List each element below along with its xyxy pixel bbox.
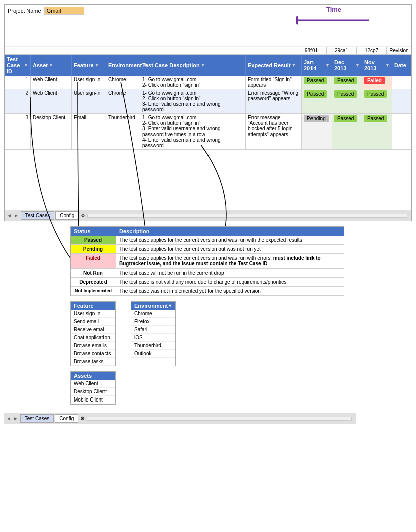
cell-feature-2: User sign-in: [72, 89, 106, 113]
tab-config[interactable]: Config: [55, 211, 79, 220]
status-badge-dec-2: Passed: [334, 90, 357, 98]
status-badge-nov-3: Passed: [364, 115, 387, 122]
filter-icon-dec[interactable]: ▼: [355, 63, 360, 68]
environment-dropdown[interactable]: Environment ▼ Chrome Firefox Safari iOS …: [131, 301, 176, 366]
env-item-thunderbird[interactable]: Thunderbird: [131, 342, 175, 350]
assets-dropdown-header[interactable]: Assets: [71, 372, 115, 380]
cell-nov-1: Failed: [362, 76, 392, 89]
table-row: 3 Desktop Client Email Thunderbird 1- Go…: [5, 114, 411, 150]
tab-nav-next[interactable]: ►: [14, 213, 19, 218]
header-nov2013[interactable]: Nov 2013 ▼: [362, 55, 392, 76]
asset-item-webclient[interactable]: Web Client: [71, 380, 115, 388]
filter-icon-asset[interactable]: ▼: [49, 63, 53, 68]
filter-icon-jan[interactable]: ▼: [325, 63, 330, 68]
legend-status-deprecated: Deprecated: [71, 278, 116, 286]
tab-test-cases-bottom[interactable]: Test Cases: [20, 414, 54, 423]
time-arrow: [296, 13, 371, 27]
feature-item-browseemails[interactable]: Browse emails: [71, 342, 115, 350]
env-item-ios[interactable]: iOS: [131, 334, 175, 342]
status-badge-nov-2: Passed: [364, 90, 387, 98]
rev-col1: 98f01: [296, 47, 326, 54]
cell-id-3: 3: [5, 114, 31, 149]
tab-nav-prev-bottom[interactable]: ◄: [6, 416, 11, 421]
header-feature[interactable]: Feature ▼: [72, 55, 106, 76]
tab-nav-prev[interactable]: ◄: [7, 213, 12, 218]
legend-row-notimpl: Not Implemented The test case was not im…: [71, 287, 344, 296]
revision-row: 98f01 29ca1 12cp7 Revision: [5, 47, 411, 55]
asset-item-mobileclient[interactable]: Mobile Client: [71, 396, 115, 404]
feature-item-chatapp[interactable]: Chat application: [71, 334, 115, 342]
env-item-firefox[interactable]: Firefox: [131, 318, 175, 326]
status-badge-jan-1: Passed: [304, 77, 327, 84]
dropdowns-area: Feature User sign-in Send email Receive …: [70, 301, 412, 366]
feature-item-receiveemail[interactable]: Receive email: [71, 326, 115, 334]
filter-icon-nov[interactable]: ▼: [385, 63, 390, 68]
cell-env-2: Chrome: [106, 89, 140, 113]
feature-item-usersignin[interactable]: User sign-in: [71, 310, 115, 318]
cell-revdate-1: [392, 76, 416, 89]
horizontal-scrollbar[interactable]: [87, 214, 407, 218]
table-row: 2 Web Client User sign-in Chrome 1- Go t…: [5, 89, 411, 114]
spreadsheet-area: Project Name Gmail Time 98f01 29c: [4, 4, 412, 221]
table-row: 1 Web Client User sign-in Chrome 1- Go t…: [5, 76, 411, 89]
filter-icon-id[interactable]: ▼: [24, 63, 28, 68]
project-row: Project Name Gmail Time: [5, 5, 411, 17]
status-badge-dec-1: Passed: [334, 77, 357, 84]
feature-item-browsetasks[interactable]: Browse tasks: [71, 358, 115, 366]
legend-row-failed: Failed The test case applies for the cur…: [71, 254, 344, 269]
environment-dropdown-header[interactable]: Environment ▼: [131, 302, 175, 310]
status-badge-dec-3: Passed: [334, 115, 357, 122]
cell-dec-2: Passed: [332, 89, 362, 113]
legend-desc-failed: The test case applies for the current ve…: [116, 254, 344, 268]
feature-dropdown[interactable]: Feature User sign-in Send email Receive …: [70, 301, 116, 366]
legend-desc-deprecated: The test case is not valid any more due …: [116, 278, 344, 286]
header-jan2014[interactable]: Jan 2014 ▼: [302, 55, 332, 76]
env-dropdown-arrow[interactable]: ▼: [168, 303, 172, 308]
tab-config-bottom[interactable]: Config: [55, 414, 78, 423]
env-item-safari[interactable]: Safari: [131, 326, 175, 334]
feature-dropdown-header[interactable]: Feature: [71, 302, 115, 310]
legend-status-passed: Passed: [71, 236, 116, 244]
tab-test-cases[interactable]: Test Cases: [21, 211, 54, 220]
cell-id-1: 1: [5, 76, 31, 89]
legend-status-header: Status: [71, 227, 116, 236]
env-item-chrome[interactable]: Chrome: [131, 310, 175, 318]
horizontal-scrollbar-bottom[interactable]: [87, 417, 352, 421]
legend-row-notrun: Not Run The test case will not be run in…: [71, 269, 344, 278]
legend-desc-passed: The test case applies for the current ve…: [116, 236, 344, 244]
header-environment[interactable]: Environment ▼: [106, 55, 140, 76]
time-label: Time: [326, 6, 341, 13]
config-gear-icon[interactable]: ⚙: [81, 213, 85, 218]
legend-status-notrun: Not Run: [71, 269, 116, 277]
project-value[interactable]: Gmail: [44, 7, 84, 15]
config-gear-icon-bottom[interactable]: ⚙: [80, 416, 85, 421]
filter-icon-feature[interactable]: ▼: [95, 63, 99, 68]
cell-jan-2: Passed: [302, 89, 332, 113]
cell-dec-1: Passed: [332, 76, 362, 89]
cell-exp-2: Error message "Wrong password" appears: [246, 89, 302, 113]
header-asset[interactable]: Asset ▼: [31, 55, 72, 76]
legend-header: Status Description: [71, 227, 344, 236]
cell-revdate-3: [392, 114, 416, 149]
asset-item-desktopclient[interactable]: Desktop Client: [71, 388, 115, 396]
legend-row-passed: Passed The test case applies for the cur…: [71, 236, 344, 245]
header-description[interactable]: Test Case Description ▼: [140, 55, 246, 76]
header-expected[interactable]: Expected Result ▼: [246, 55, 302, 76]
empty-data-rows: [5, 150, 411, 210]
assets-dropdown[interactable]: Assets Web Client Desktop Client Mobile …: [70, 371, 116, 405]
cell-exp-1: Form titled "Sign in" appears: [246, 76, 302, 89]
header-dec2013[interactable]: Dec 2013 ▼: [332, 55, 362, 76]
status-badge-jan-3: Pending: [304, 115, 329, 122]
tab-nav-next-bottom[interactable]: ►: [13, 416, 18, 421]
filter-icon-exp[interactable]: ▼: [292, 63, 296, 68]
filter-icon-desc[interactable]: ▼: [201, 63, 205, 68]
cell-exp-3: Error message "Account has been blocked …: [246, 114, 302, 149]
legend-status-pending: Pending: [71, 245, 116, 253]
header-id[interactable]: Test Case ID ▼: [5, 55, 31, 76]
assets-area: Assets Web Client Desktop Client Mobile …: [70, 371, 412, 405]
cell-asset-1: Web Client: [31, 76, 72, 89]
feature-item-browsecontacts[interactable]: Browse contacts: [71, 350, 115, 358]
env-item-outlook[interactable]: Outlook: [131, 350, 175, 358]
cell-desc-2: 1- Go to www.gmail.com 2- Click on butto…: [140, 89, 246, 113]
feature-item-sendemail[interactable]: Send email: [71, 318, 115, 326]
